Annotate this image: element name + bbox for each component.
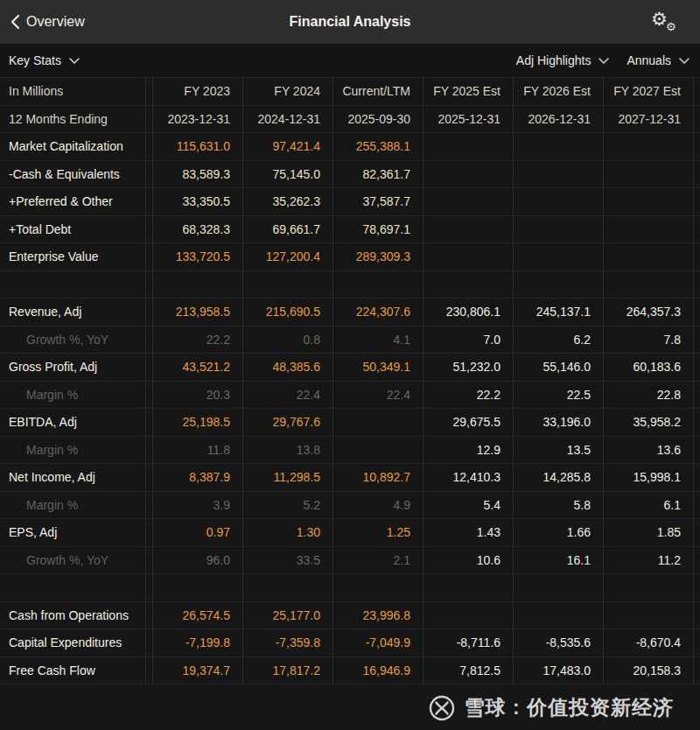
value-cell: 78,697.1 bbox=[333, 216, 424, 243]
value-cell bbox=[424, 574, 514, 601]
value-cell: 20.3 bbox=[153, 382, 243, 409]
chevron-down-icon bbox=[69, 58, 80, 64]
period-end-date: 2025-12-31 bbox=[424, 106, 514, 133]
row-filler bbox=[694, 382, 700, 409]
value-cell: 12,410.3 bbox=[424, 464, 514, 491]
row-label: Growth %, YoY bbox=[0, 547, 146, 574]
value-cell bbox=[424, 216, 514, 243]
value-cell bbox=[604, 161, 694, 188]
value-cell: 22.2 bbox=[153, 326, 243, 354]
key-stats-dropdown[interactable]: Key Stats bbox=[9, 53, 80, 67]
value-cell bbox=[604, 188, 694, 215]
value-cell bbox=[514, 574, 604, 601]
value-cell bbox=[424, 161, 514, 188]
period-end-date: 2023-12-31 bbox=[153, 106, 243, 133]
value-cell: 26,574.5 bbox=[153, 602, 243, 629]
column-header: Current/LTM bbox=[333, 78, 424, 105]
row-label bbox=[0, 271, 146, 298]
value-cell: 0.8 bbox=[243, 326, 333, 354]
period-end-date: 2024-12-31 bbox=[243, 106, 333, 133]
settings-button[interactable]: ⚙ ⚙ bbox=[649, 7, 681, 37]
column-gap bbox=[146, 133, 153, 160]
row-filler bbox=[694, 547, 700, 574]
table-row: Gross Profit, Adj43,521.248,385.650,349.… bbox=[0, 354, 700, 382]
key-stats-label: Key Stats bbox=[9, 53, 61, 67]
table-row: Free Cash Flow19,374.717,817.216,946.97,… bbox=[0, 657, 700, 685]
table-row: Cash from Operations26,574.525,177.023,9… bbox=[0, 602, 700, 630]
table-row: Capital Expenditures-7,199.8-7,359.8-7,0… bbox=[0, 629, 700, 657]
row-label: EBITDA, Adj bbox=[0, 409, 146, 436]
value-cell: 11.2 bbox=[604, 547, 694, 574]
value-cell: 10.6 bbox=[424, 547, 514, 574]
value-cell: 12.9 bbox=[424, 437, 514, 464]
spacer-row bbox=[0, 574, 700, 602]
corner-label: In Millions bbox=[0, 78, 146, 105]
row-label: +Preferred & Other bbox=[0, 188, 146, 215]
value-cell: 35,958.2 bbox=[604, 409, 694, 436]
value-cell: 4.1 bbox=[333, 326, 424, 354]
row-label: Margin % bbox=[0, 437, 146, 464]
value-cell: 75,145.0 bbox=[243, 161, 333, 188]
value-cell bbox=[604, 243, 694, 270]
table-header-row: In MillionsFY 2023FY 2024Current/LTMFY 2… bbox=[0, 78, 700, 106]
row-label: -Cash & Equivalents bbox=[0, 161, 146, 188]
value-cell: 22.2 bbox=[424, 382, 514, 409]
table-row: Market Capitalization115,631.097,421.425… bbox=[0, 133, 700, 161]
value-cell bbox=[514, 161, 604, 188]
value-cell: 224,307.6 bbox=[333, 298, 424, 326]
row-filler bbox=[694, 106, 700, 133]
value-cell: 68,328.3 bbox=[153, 216, 243, 243]
column-gap bbox=[146, 161, 153, 188]
value-cell: 11.8 bbox=[153, 437, 243, 464]
column-gap bbox=[146, 547, 153, 574]
table-row: +Total Debt68,328.369,661.778,697.1 bbox=[0, 216, 700, 244]
row-filler bbox=[694, 437, 700, 464]
top-navigation-bar: Overview Financial Analysis ⚙ ⚙ bbox=[0, 0, 700, 44]
value-cell: 97,421.4 bbox=[243, 133, 333, 160]
gear-icon: ⚙ bbox=[651, 9, 668, 30]
value-cell: 7.8 bbox=[604, 326, 694, 354]
row-filler bbox=[694, 298, 700, 326]
back-button[interactable]: Overview bbox=[10, 14, 85, 30]
column-gap bbox=[146, 243, 153, 270]
annuals-dropdown[interactable]: Annuals bbox=[626, 53, 690, 67]
filter-right-group: Adj Highlights Annuals bbox=[516, 53, 690, 67]
gear-small-icon: ⚙ bbox=[666, 20, 676, 33]
value-cell: 25,198.5 bbox=[153, 409, 243, 436]
column-gap bbox=[146, 602, 153, 629]
column-header: FY 2027 Est bbox=[604, 78, 694, 105]
value-cell bbox=[604, 602, 694, 629]
value-cell: 127,200.4 bbox=[243, 243, 333, 270]
adj-highlights-dropdown[interactable]: Adj Highlights bbox=[516, 53, 610, 67]
row-label: Growth %, YoY bbox=[0, 326, 146, 354]
value-cell: 33,350.5 bbox=[153, 188, 243, 215]
value-cell bbox=[514, 602, 604, 629]
spacer-row bbox=[0, 271, 700, 299]
value-cell: 213,958.5 bbox=[153, 298, 243, 326]
value-cell bbox=[514, 188, 604, 215]
value-cell: 14,285.8 bbox=[514, 464, 604, 491]
row-label: +Total Debt bbox=[0, 216, 146, 243]
row-filler bbox=[694, 161, 700, 188]
table-row: +Preferred & Other33,350.535,262.337,587… bbox=[0, 188, 700, 216]
value-cell: 1.66 bbox=[514, 519, 604, 546]
row-filler bbox=[694, 354, 700, 381]
value-cell: 83,589.3 bbox=[153, 161, 243, 188]
value-cell bbox=[424, 133, 514, 160]
value-cell: 60,183.6 bbox=[604, 354, 694, 381]
column-gap bbox=[146, 437, 153, 464]
value-cell: 37,587.7 bbox=[333, 188, 424, 215]
value-cell: 33.5 bbox=[243, 547, 333, 574]
row-filler bbox=[694, 243, 700, 270]
row-filler bbox=[694, 133, 700, 160]
row-label: EPS, Adj bbox=[0, 519, 146, 546]
value-cell: -8,670.4 bbox=[604, 629, 694, 656]
column-gap bbox=[146, 78, 153, 105]
value-cell: -7,199.8 bbox=[153, 629, 243, 656]
row-filler bbox=[694, 326, 700, 354]
column-gap bbox=[146, 298, 153, 326]
value-cell bbox=[514, 271, 604, 298]
value-cell: 96.0 bbox=[153, 547, 243, 574]
value-cell: 6.1 bbox=[604, 492, 694, 519]
value-cell: 11,298.5 bbox=[243, 464, 333, 491]
